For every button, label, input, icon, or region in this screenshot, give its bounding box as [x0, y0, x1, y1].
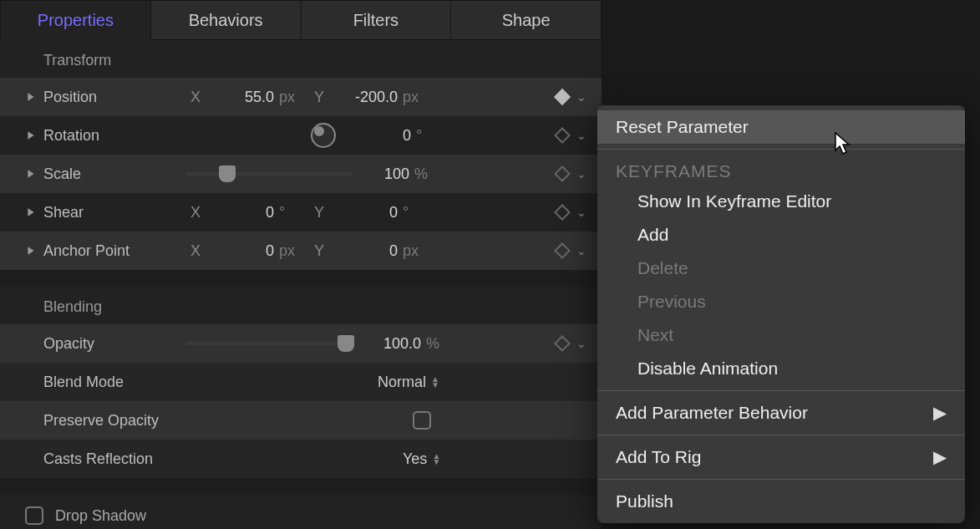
y-axis-label: Y [309, 204, 329, 221]
disclosure-icon[interactable] [23, 243, 38, 258]
animation-context-menu: Reset Parameter KEYFRAMES Show In Keyfra… [597, 105, 965, 523]
param-shear[interactable]: Shear X 0 ° Y 0 ° ⌄ [0, 193, 602, 231]
menu-add-keyframe[interactable]: Add [597, 218, 965, 252]
x-axis-label: X [185, 204, 206, 221]
menu-item-label: Reset Parameter [616, 117, 749, 137]
chevron-down-icon[interactable]: ⌄ [576, 244, 586, 257]
y-axis-label: Y [309, 89, 329, 106]
casts-reflection-label: Casts Reflection [43, 450, 211, 468]
param-rotation[interactable]: Rotation 0 ° ⌄ [0, 116, 602, 155]
anchor-label: Anchor Point [43, 242, 185, 260]
tab-filters[interactable]: Filters [302, 0, 452, 40]
shear-x-value[interactable]: 0 [206, 204, 279, 221]
param-position[interactable]: Position X 55.0 px Y -200.0 px ⌄ [0, 78, 602, 116]
menu-item-label: Add To Rig [616, 447, 701, 467]
chevron-down-icon[interactable]: ⌄ [576, 129, 586, 142]
menu-add-to-rig[interactable]: Add To Rig ▶ [597, 440, 965, 474]
anchor-x-value[interactable]: 0 [206, 242, 279, 260]
unit-label: px [403, 89, 433, 106]
keyframe-icon[interactable] [554, 335, 571, 352]
submenu-arrow-icon: ▶ [933, 403, 947, 423]
param-preserve-opacity[interactable]: Preserve Opacity [0, 401, 602, 440]
menu-item-label: Add [637, 225, 668, 245]
keyframe-icon[interactable] [554, 89, 571, 105]
unit-label: px [279, 242, 309, 260]
submenu-arrow-icon: ▶ [933, 447, 947, 467]
drop-shadow-checkbox[interactable] [25, 506, 43, 525]
updown-arrows-icon[interactable]: ▲▼ [431, 376, 439, 388]
drop-shadow-label: Drop Shadow [55, 507, 146, 525]
blend-mode-label: Blend Mode [43, 374, 185, 391]
preserve-opacity-checkbox[interactable] [413, 411, 431, 430]
unit-label: ° [279, 204, 309, 221]
transform-header: Transform [0, 40, 602, 78]
unit-label: ° [403, 204, 433, 221]
opacity-label: Opacity [43, 335, 185, 353]
shear-label: Shear [43, 204, 185, 221]
menu-delete-keyframe: Delete [597, 252, 965, 285]
opacity-slider[interactable] [185, 334, 353, 353]
menu-add-parameter-behavior[interactable]: Add Parameter Behavior ▶ [597, 396, 965, 430]
disclosure-icon[interactable] [23, 89, 38, 104]
position-x-value[interactable]: 55.0 [206, 89, 279, 106]
menu-item-label: Disable Animation [637, 359, 778, 379]
position-values: X 55.0 px Y -200.0 px [185, 89, 433, 106]
param-drop-shadow[interactable]: Drop Shadow [0, 495, 602, 529]
menu-next-keyframe: Next [597, 318, 965, 352]
casts-reflection-value[interactable]: Yes [403, 450, 427, 468]
x-axis-label: X [185, 242, 206, 260]
disclosure-icon[interactable] [23, 128, 38, 143]
anchor-y-value[interactable]: 0 [329, 242, 403, 260]
x-axis-label: X [185, 89, 206, 106]
rotation-dial[interactable] [311, 123, 336, 148]
menu-publish[interactable]: Publish [597, 485, 965, 518]
menu-item-label: Delete [637, 258, 688, 278]
param-scale[interactable]: Scale 100 % ⌄ [0, 155, 602, 193]
menu-item-label: Show In Keyframe Editor [637, 191, 831, 211]
chevron-down-icon[interactable]: ⌄ [576, 90, 586, 104]
blend-mode-value[interactable]: Normal [378, 374, 426, 391]
unit-label: % [414, 165, 444, 183]
param-blend-mode[interactable]: Blend Mode Normal ▲▼ [0, 363, 602, 401]
opacity-value[interactable]: 100.0 [368, 335, 426, 353]
menu-disable-animation[interactable]: Disable Animation [597, 352, 965, 385]
scale-label: Scale [43, 165, 185, 183]
disclosure-icon[interactable] [23, 166, 38, 181]
tab-properties[interactable]: Properties [0, 0, 151, 40]
unit-label: % [426, 335, 456, 353]
unit-label: ° [416, 127, 446, 145]
scale-value[interactable]: 100 [368, 165, 414, 183]
keyframe-icon[interactable] [554, 165, 571, 182]
menu-previous-keyframe: Previous [597, 285, 965, 318]
chevron-down-icon[interactable]: ⌄ [576, 167, 586, 181]
keyframe-icon[interactable] [554, 242, 571, 259]
disclosure-icon[interactable] [23, 205, 38, 220]
updown-arrows-icon[interactable]: ▲▼ [432, 453, 440, 465]
rotation-label: Rotation [43, 127, 185, 145]
inspector-panel: Properties Behaviors Filters Shape Trans… [0, 0, 602, 529]
menu-show-in-keyframe-editor[interactable]: Show In Keyframe Editor [597, 185, 965, 218]
keyframe-icon[interactable] [554, 127, 571, 144]
rotation-value[interactable]: 0 [369, 127, 416, 145]
preserve-opacity-label: Preserve Opacity [43, 412, 227, 430]
scale-slider[interactable] [185, 165, 353, 183]
y-axis-label: Y [309, 242, 329, 260]
tab-behaviors[interactable]: Behaviors [151, 0, 302, 40]
unit-label: px [279, 89, 309, 106]
chevron-down-icon[interactable]: ⌄ [576, 206, 586, 219]
position-y-value[interactable]: -200.0 [329, 89, 403, 106]
menu-item-label: Next [637, 325, 673, 345]
shear-y-value[interactable]: 0 [329, 204, 403, 221]
chevron-down-icon[interactable]: ⌄ [576, 337, 586, 350]
menu-item-label: Add Parameter Behavior [616, 403, 808, 423]
tab-shape[interactable]: Shape [451, 0, 602, 40]
position-label: Position [43, 89, 185, 106]
param-opacity[interactable]: Opacity 100.0 % ⌄ [0, 324, 602, 363]
param-anchor-point[interactable]: Anchor Point X 0 px Y 0 px ⌄ [0, 231, 602, 270]
keyframe-icon[interactable] [554, 204, 571, 221]
inspector-tabs: Properties Behaviors Filters Shape [0, 0, 602, 40]
param-casts-reflection[interactable]: Casts Reflection Yes ▲▼ [0, 440, 602, 478]
blending-header: Blending [0, 287, 602, 324]
menu-item-label: Previous [637, 292, 706, 312]
menu-reset-parameter[interactable]: Reset Parameter [597, 110, 965, 144]
